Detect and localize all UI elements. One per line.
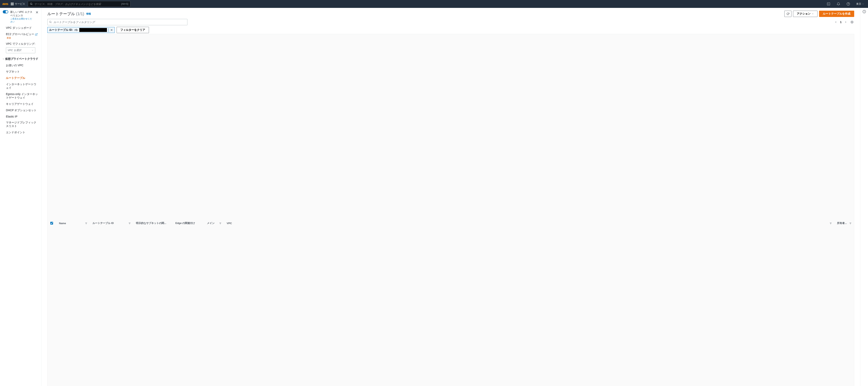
svg-point-0 — [30, 3, 32, 4]
redacted — [79, 28, 107, 32]
aws-logo[interactable]: aws — [2, 2, 8, 6]
svg-point-9 — [851, 22, 852, 23]
col-assoc[interactable]: 明示的なサブネットの関... — [133, 220, 173, 226]
chip-remove[interactable]: ✕ — [108, 28, 113, 32]
notifications-button[interactable] — [835, 0, 842, 7]
svg-line-6 — [36, 33, 37, 34]
chevron-down-icon — [2, 58, 4, 60]
sidebar-item-route-tables[interactable]: ルートテーブル — [0, 75, 41, 81]
search-icon — [30, 3, 33, 5]
search-kbd: [Alt+S] — [121, 3, 128, 5]
col-edge[interactable]: Edge の関連付け — [173, 220, 204, 226]
select-all-cell — [48, 220, 56, 226]
region-selector[interactable]: 東京 — [855, 2, 866, 6]
vpc-filter-label: VPC でフィルタリング: — [0, 41, 41, 46]
actions-label: アクション — [797, 12, 811, 15]
content: ルートテーブル (1/1) 情報 アクション ルートテーブルを作成 1 — [41, 8, 860, 386]
table-filter[interactable] — [48, 19, 187, 25]
new-experience-toggle[interactable] — [3, 10, 8, 13]
select-all-checkbox[interactable] — [50, 222, 53, 225]
sidebar-item-carrier-gw[interactable]: キャリアゲートウェイ — [0, 101, 41, 107]
section-header-label: 仮想プライベートクラウド — [5, 57, 38, 61]
top-nav: aws サービス [Alt+S] 東京 — [0, 0, 868, 8]
sidebar: 新しい VPC エクスペリエンス ご意見をお聞かせください ✕ VPC ダッシュ… — [0, 8, 41, 386]
vpc-filter-select[interactable]: VPC を選択 — [6, 47, 35, 53]
grid-icon — [11, 3, 13, 5]
cloudshell-button[interactable] — [825, 0, 832, 7]
banner-close[interactable]: ✕ — [35, 10, 38, 14]
sidebar-item-eip[interactable]: Elastic IP — [0, 114, 41, 120]
col-id[interactable]: ルートテーブル ID▽ — [90, 220, 133, 226]
prev-page[interactable] — [834, 20, 838, 24]
global-search[interactable]: [Alt+S] — [28, 1, 130, 7]
chevron-down-icon — [862, 3, 864, 5]
svg-point-7 — [50, 21, 51, 23]
services-menu[interactable]: サービス — [11, 2, 25, 6]
chip-value-prefix: rtb — [74, 28, 78, 32]
sidebar-item-prefix-lists[interactable]: マネージドプレフィックスリスト — [0, 120, 41, 129]
table-settings[interactable] — [850, 20, 854, 24]
vpc-filter-placeholder: VPC を選択 — [8, 49, 21, 52]
info-rail — [860, 8, 868, 386]
sidebar-item-ec2-global[interactable]: EC2 グローバルビュー 新規 — [0, 31, 41, 41]
filter-chip: ルートテーブル ID: rtb ✕ — [48, 27, 115, 33]
sidebar-item-endpoints[interactable]: エンドポイント — [0, 129, 41, 136]
chevron-down-icon — [32, 49, 34, 52]
route-tables-table: Name▽ ルートテーブル ID▽ 明示的なサブネットの関... Edge の関… — [48, 34, 854, 386]
info-link[interactable]: 情報 — [86, 12, 91, 15]
create-route-table-button[interactable]: ルートテーブルを作成 — [819, 11, 854, 17]
info-icon[interactable] — [863, 10, 866, 13]
refresh-button[interactable] — [784, 11, 792, 17]
col-name[interactable]: Name▽ — [56, 220, 90, 226]
external-link-icon — [35, 33, 38, 36]
title-count: (1/1) — [76, 12, 84, 16]
clear-filters-button[interactable]: フィルターをクリア — [117, 27, 149, 33]
svg-line-8 — [51, 23, 52, 23]
new-badge: 新規 — [7, 37, 11, 39]
banner-feedback-link[interactable]: ご意見をお聞かせください — [10, 18, 34, 23]
chevron-down-icon — [812, 12, 814, 15]
page-number: 1 — [840, 21, 842, 24]
sidebar-item-dashboard[interactable]: VPC ダッシュボード — [0, 25, 41, 31]
region-label: 東京 — [856, 2, 861, 6]
search-icon — [49, 21, 52, 24]
chip-key: ルートテーブル ID: — [49, 28, 73, 32]
next-page[interactable] — [843, 20, 848, 24]
svg-point-22 — [864, 11, 864, 11]
services-label: サービス — [15, 2, 25, 6]
sidebar-section-vpc[interactable]: 仮想プライベートクラウド — [0, 56, 41, 62]
actions-dropdown[interactable]: アクション — [793, 11, 817, 17]
col-owner[interactable]: 所有者...▽ — [834, 220, 854, 226]
col-main[interactable]: メイン▽ — [204, 34, 224, 386]
col-vpc[interactable]: VPC▽ — [224, 220, 834, 226]
filter-input[interactable] — [54, 21, 186, 24]
search-input[interactable] — [34, 3, 120, 5]
sidebar-item-your-vpcs[interactable]: お使いの VPC — [0, 62, 41, 69]
sidebar-item-label: EC2 グローバルビュー — [6, 33, 34, 36]
sidebar-item-egress-igw[interactable]: Egress-only インターネットゲートウェイ — [0, 91, 41, 101]
sidebar-item-dhcp[interactable]: DHCP オプションセット — [0, 107, 41, 114]
page-title: ルートテーブル (1/1) — [48, 11, 84, 17]
table-header-row: Name▽ ルートテーブル ID▽ 明示的なサブネットの関... Edge の関… — [48, 34, 854, 386]
banner-title: 新しい VPC エクスペリエンス — [10, 10, 34, 18]
new-experience-banner: 新しい VPC エクスペリエンス ご意見をお聞かせください ✕ — [0, 8, 41, 25]
svg-point-5 — [848, 5, 848, 5]
help-button[interactable] — [845, 0, 852, 7]
sidebar-item-igw[interactable]: インターネットゲートウェイ — [0, 81, 41, 91]
svg-line-1 — [32, 4, 32, 5]
title-text: ルートテーブル — [48, 12, 75, 16]
sidebar-item-subnets[interactable]: サブネット — [0, 69, 41, 75]
